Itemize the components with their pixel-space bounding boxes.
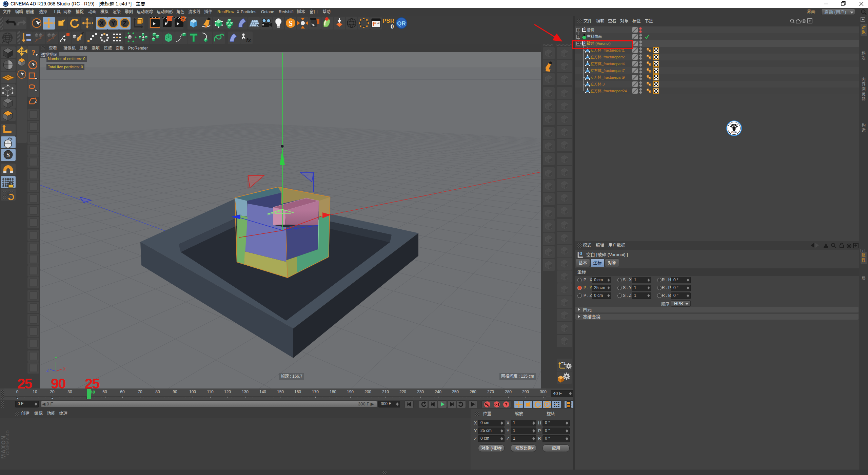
svg-text:fx: fx	[246, 37, 251, 43]
svg-text:S: S	[6, 152, 10, 158]
svg-text:Y: Y	[55, 356, 57, 361]
svg-text:Z: Z	[46, 368, 49, 373]
svg-text:X: X	[63, 367, 66, 372]
svg-text:P: P	[546, 402, 549, 407]
svg-text:0: 0	[391, 23, 394, 30]
svg-text:X: X	[100, 20, 104, 27]
svg-text:?: ?	[32, 48, 36, 57]
svg-text:QR: QR	[397, 20, 406, 27]
svg-text:0: 0	[579, 251, 582, 256]
svg-text:?: ?	[505, 402, 507, 407]
svg-text:=1: =1	[561, 361, 566, 366]
svg-text:Y: Y	[111, 20, 116, 27]
svg-text:0: 0	[584, 27, 586, 31]
svg-text:S: S	[289, 19, 293, 27]
svg-text:Z: Z	[123, 20, 127, 27]
svg-text:行走的: 行走的	[731, 131, 737, 134]
